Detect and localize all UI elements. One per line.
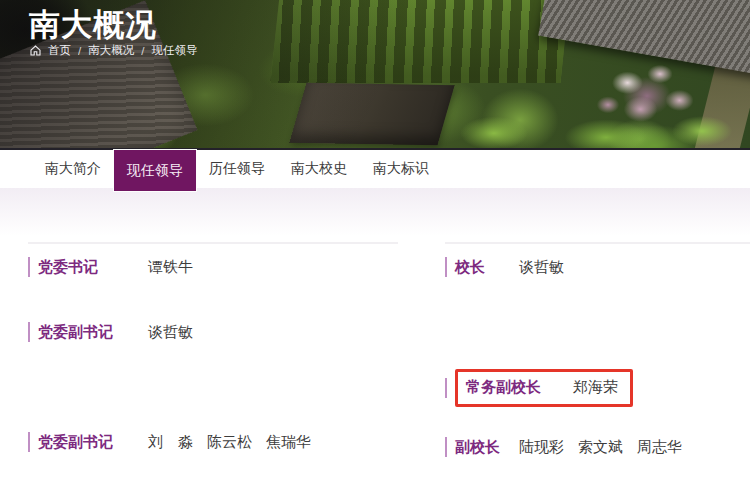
row-body: 副校长陆现彩索文斌周志华	[455, 436, 682, 458]
leader-name: 索文斌	[578, 436, 623, 458]
row-body: 党委书记谭铁牛	[38, 256, 193, 278]
accent-bar	[445, 437, 447, 457]
leader-name: 焦瑞华	[266, 431, 311, 453]
position-title: 校长	[455, 256, 519, 278]
leadership-row: 常务副校长郑海荣	[445, 369, 633, 407]
position-title: 党委副书记	[38, 431, 148, 453]
row-body: 党委副书记刘 淼陈云松焦瑞华	[38, 431, 311, 453]
leader-name: 谭铁牛	[148, 256, 193, 278]
accent-bar	[28, 257, 30, 277]
row-body: 校长谈哲敏	[455, 256, 564, 278]
breadcrumb-current[interactable]: 现任领导	[151, 43, 197, 58]
column-divider-left	[28, 242, 398, 244]
breadcrumb-separator: /	[78, 45, 81, 57]
leadership-row: 校长谈哲敏	[445, 256, 564, 278]
tab[interactable]: 南大校史	[278, 150, 360, 188]
accent-bar	[445, 378, 447, 398]
leader-names: 谈哲敏	[519, 256, 564, 278]
fade-strip	[0, 188, 750, 236]
breadcrumb-home[interactable]: 首页	[48, 43, 71, 58]
breadcrumb-separator: /	[141, 45, 144, 57]
leader-names: 谈哲敏	[148, 321, 193, 343]
row-body: 党委副书记谈哲敏	[38, 321, 193, 343]
leader-names: 陆现彩索文斌周志华	[519, 436, 682, 458]
column-divider-right	[445, 242, 750, 244]
page: { "page": { "title": "南大概况" }, "breadcru…	[0, 0, 750, 478]
position-title: 副校长	[455, 436, 519, 458]
position-title: 党委书记	[38, 256, 148, 278]
leader-name: 郑海荣	[573, 376, 618, 398]
leadership-row: 副校长陆现彩索文斌周志华	[445, 436, 682, 458]
page-title: 南大概况	[29, 4, 157, 46]
accent-bar	[28, 432, 30, 452]
leader-names: 郑海荣	[573, 376, 618, 398]
tab-bar: 南大简介现任领导历任领导南大校史南大标识	[0, 150, 750, 188]
leader-name: 谈哲敏	[148, 321, 193, 343]
breadcrumb-section[interactable]: 南大概况	[88, 43, 134, 58]
leader-names: 刘 淼陈云松焦瑞华	[148, 431, 311, 453]
leadership-row: 党委副书记谈哲敏	[28, 321, 193, 343]
leader-name: 陆现彩	[519, 436, 564, 458]
tab[interactable]: 南大简介	[32, 150, 114, 188]
leadership-row: 党委副书记刘 淼陈云松焦瑞华	[28, 431, 311, 453]
leader-name: 刘 淼	[148, 431, 193, 453]
highlight-box: 常务副校长郑海荣	[455, 369, 633, 407]
leader-name: 陈云松	[207, 431, 252, 453]
tab[interactable]: 南大标识	[360, 150, 442, 188]
tab-active[interactable]: 现任领导	[114, 150, 196, 191]
hero-image: 南大概况 首页 / 南大概况 / 现任领导	[0, 0, 750, 150]
home-icon[interactable]	[30, 45, 41, 56]
breadcrumb: 首页 / 南大概况 / 现任领导	[30, 43, 197, 58]
position-title: 常务副校长	[466, 376, 541, 398]
leader-name: 谈哲敏	[519, 256, 564, 278]
accent-bar	[28, 322, 30, 342]
tab[interactable]: 历任领导	[196, 150, 278, 188]
position-title: 党委副书记	[38, 321, 148, 343]
leader-name: 周志华	[637, 436, 682, 458]
leadership-row: 党委书记谭铁牛	[28, 256, 193, 278]
accent-bar	[445, 257, 447, 277]
leader-names: 谭铁牛	[148, 256, 193, 278]
